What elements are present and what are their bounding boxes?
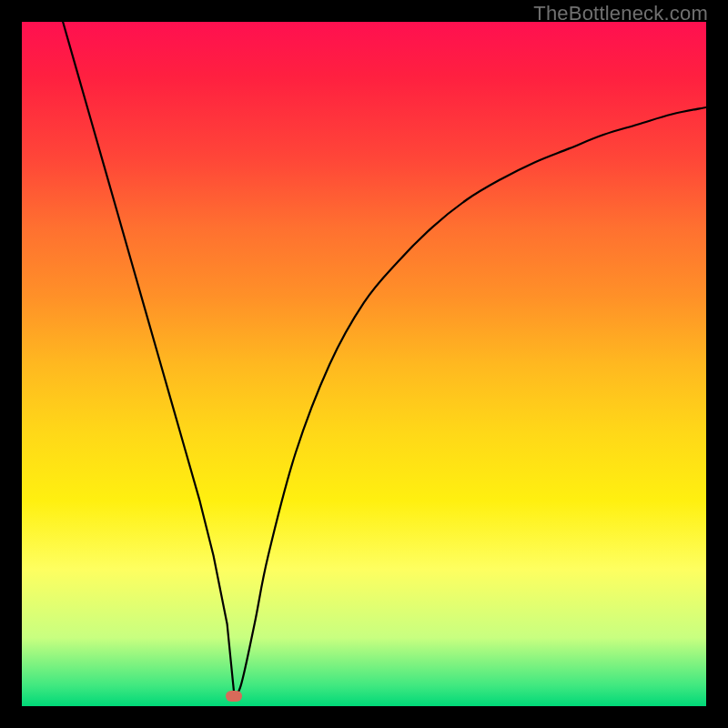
bottleneck-curve	[22, 22, 706, 706]
watermark-text: TheBottleneck.com	[533, 2, 708, 25]
optimum-marker	[226, 691, 242, 702]
chart-frame: TheBottleneck.com	[0, 0, 728, 728]
